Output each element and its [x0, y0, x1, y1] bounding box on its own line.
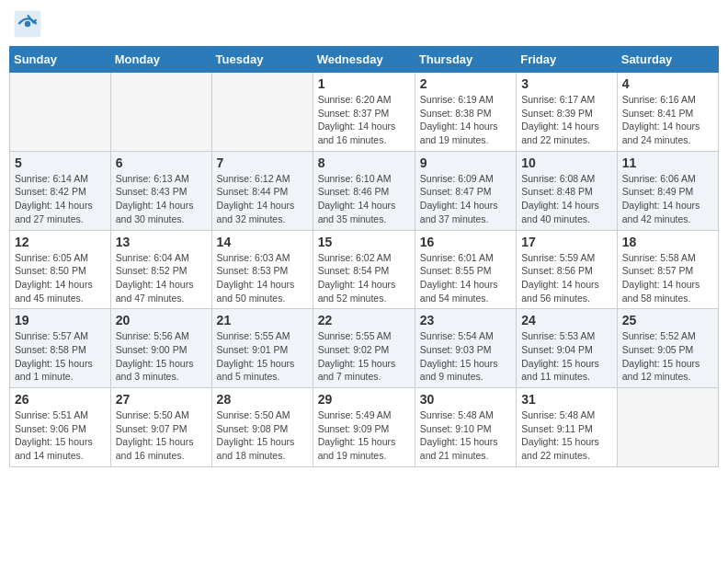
- day-info: Sunrise: 6:16 AM Sunset: 8:41 PM Dayligh…: [622, 93, 713, 147]
- day-info: Sunrise: 5:50 AM Sunset: 9:07 PM Dayligh…: [116, 408, 207, 463]
- logo: [13, 9, 44, 39]
- day-number: 5: [15, 155, 106, 170]
- day-number: 9: [420, 155, 511, 170]
- calendar-cell: 8Sunrise: 6:10 AM Sunset: 8:46 PM Daylig…: [313, 151, 415, 230]
- day-info: Sunrise: 5:53 AM Sunset: 9:04 PM Dayligh…: [521, 329, 612, 384]
- day-info: Sunrise: 6:19 AM Sunset: 8:38 PM Dayligh…: [420, 93, 511, 147]
- calendar-week-row: 12Sunrise: 6:05 AM Sunset: 8:50 PM Dayli…: [10, 230, 719, 309]
- header-tuesday: Tuesday: [211, 47, 313, 73]
- day-number: 22: [318, 313, 410, 327]
- day-number: 30: [420, 392, 511, 407]
- calendar-cell: 24Sunrise: 5:53 AM Sunset: 9:04 PM Dayli…: [517, 309, 618, 388]
- day-number: 3: [521, 76, 612, 91]
- day-info: Sunrise: 5:55 AM Sunset: 9:02 PM Dayligh…: [318, 329, 410, 384]
- calendar-cell: 15Sunrise: 6:02 AM Sunset: 8:54 PM Dayli…: [313, 230, 415, 309]
- header-sunday: Sunday: [10, 47, 111, 73]
- day-number: 12: [15, 235, 106, 249]
- day-info: Sunrise: 5:57 AM Sunset: 8:58 PM Dayligh…: [15, 329, 106, 384]
- day-number: 23: [420, 313, 511, 327]
- calendar-cell: 19Sunrise: 5:57 AM Sunset: 8:58 PM Dayli…: [10, 309, 111, 388]
- day-number: 8: [318, 155, 410, 170]
- day-number: 14: [217, 235, 308, 249]
- day-info: Sunrise: 6:13 AM Sunset: 8:43 PM Dayligh…: [116, 172, 207, 226]
- day-info: Sunrise: 5:48 AM Sunset: 9:11 PM Dayligh…: [521, 408, 612, 463]
- calendar-week-row: 26Sunrise: 5:51 AM Sunset: 9:06 PM Dayli…: [10, 388, 719, 467]
- day-info: Sunrise: 6:20 AM Sunset: 8:37 PM Dayligh…: [318, 93, 410, 147]
- calendar-cell: 13Sunrise: 6:04 AM Sunset: 8:52 PM Dayli…: [110, 230, 211, 309]
- day-info: Sunrise: 5:52 AM Sunset: 9:05 PM Dayligh…: [622, 329, 713, 384]
- calendar-cell: 5Sunrise: 6:14 AM Sunset: 8:42 PM Daylig…: [10, 151, 111, 230]
- day-number: 11: [622, 155, 713, 170]
- day-number: 28: [217, 392, 308, 407]
- svg-point-1: [25, 21, 30, 27]
- calendar-cell: [10, 73, 111, 152]
- day-info: Sunrise: 6:01 AM Sunset: 8:55 PM Dayligh…: [420, 251, 511, 305]
- day-number: 4: [622, 76, 713, 91]
- calendar-cell: 12Sunrise: 6:05 AM Sunset: 8:50 PM Dayli…: [10, 230, 111, 309]
- logo-icon: [13, 9, 42, 39]
- day-info: Sunrise: 6:17 AM Sunset: 8:39 PM Dayligh…: [521, 93, 612, 147]
- header-saturday: Saturday: [617, 47, 718, 73]
- day-number: 17: [521, 235, 612, 249]
- calendar-cell: 1Sunrise: 6:20 AM Sunset: 8:37 PM Daylig…: [313, 73, 415, 152]
- day-info: Sunrise: 6:10 AM Sunset: 8:46 PM Dayligh…: [318, 172, 410, 226]
- day-number: 15: [318, 235, 410, 249]
- calendar-cell: 18Sunrise: 5:58 AM Sunset: 8:57 PM Dayli…: [617, 230, 718, 309]
- calendar-cell: 28Sunrise: 5:50 AM Sunset: 9:08 PM Dayli…: [211, 388, 313, 467]
- day-number: 26: [15, 392, 106, 407]
- calendar-cell: 31Sunrise: 5:48 AM Sunset: 9:11 PM Dayli…: [517, 388, 618, 467]
- day-number: 21: [217, 313, 308, 327]
- day-number: 27: [116, 392, 207, 407]
- calendar-cell: 16Sunrise: 6:01 AM Sunset: 8:55 PM Dayli…: [415, 230, 516, 309]
- day-number: 24: [521, 313, 612, 327]
- day-number: 7: [217, 155, 308, 170]
- day-info: Sunrise: 5:59 AM Sunset: 8:56 PM Dayligh…: [521, 251, 612, 305]
- calendar-week-row: 19Sunrise: 5:57 AM Sunset: 8:58 PM Dayli…: [10, 309, 719, 388]
- day-number: 31: [521, 392, 612, 407]
- calendar-cell: [211, 73, 313, 152]
- calendar-header-row: SundayMondayTuesdayWednesdayThursdayFrid…: [10, 47, 719, 73]
- day-number: 1: [318, 76, 410, 91]
- day-info: Sunrise: 6:09 AM Sunset: 8:47 PM Dayligh…: [420, 172, 511, 226]
- day-info: Sunrise: 6:04 AM Sunset: 8:52 PM Dayligh…: [116, 251, 207, 305]
- day-number: 25: [622, 313, 713, 327]
- day-info: Sunrise: 5:49 AM Sunset: 9:09 PM Dayligh…: [318, 408, 410, 463]
- calendar-cell: 2Sunrise: 6:19 AM Sunset: 8:38 PM Daylig…: [415, 73, 516, 152]
- calendar-cell: 6Sunrise: 6:13 AM Sunset: 8:43 PM Daylig…: [110, 151, 211, 230]
- calendar-cell: 14Sunrise: 6:03 AM Sunset: 8:53 PM Dayli…: [211, 230, 313, 309]
- calendar-cell: 21Sunrise: 5:55 AM Sunset: 9:01 PM Dayli…: [211, 309, 313, 388]
- calendar-cell: 7Sunrise: 6:12 AM Sunset: 8:44 PM Daylig…: [211, 151, 313, 230]
- calendar-cell: 23Sunrise: 5:54 AM Sunset: 9:03 PM Dayli…: [415, 309, 516, 388]
- calendar-week-row: 5Sunrise: 6:14 AM Sunset: 8:42 PM Daylig…: [10, 151, 719, 230]
- header-thursday: Thursday: [415, 47, 516, 73]
- day-number: 6: [116, 155, 207, 170]
- day-number: 2: [420, 76, 511, 91]
- calendar-cell: [617, 388, 718, 467]
- calendar-cell: 3Sunrise: 6:17 AM Sunset: 8:39 PM Daylig…: [517, 73, 618, 152]
- day-info: Sunrise: 5:50 AM Sunset: 9:08 PM Dayligh…: [217, 408, 308, 463]
- calendar-cell: 29Sunrise: 5:49 AM Sunset: 9:09 PM Dayli…: [313, 388, 415, 467]
- day-info: Sunrise: 6:14 AM Sunset: 8:42 PM Dayligh…: [15, 172, 106, 226]
- header-monday: Monday: [110, 47, 211, 73]
- day-info: Sunrise: 5:56 AM Sunset: 9:00 PM Dayligh…: [116, 329, 207, 384]
- day-info: Sunrise: 5:55 AM Sunset: 9:01 PM Dayligh…: [217, 329, 308, 384]
- calendar: SundayMondayTuesdayWednesdayThursdayFrid…: [9, 46, 719, 467]
- day-info: Sunrise: 6:05 AM Sunset: 8:50 PM Dayligh…: [15, 251, 106, 305]
- day-number: 18: [622, 235, 713, 249]
- day-number: 10: [521, 155, 612, 170]
- day-info: Sunrise: 6:08 AM Sunset: 8:48 PM Dayligh…: [521, 172, 612, 226]
- day-info: Sunrise: 5:48 AM Sunset: 9:10 PM Dayligh…: [420, 408, 511, 463]
- calendar-cell: 20Sunrise: 5:56 AM Sunset: 9:00 PM Dayli…: [110, 309, 211, 388]
- day-number: 29: [318, 392, 410, 407]
- day-info: Sunrise: 6:03 AM Sunset: 8:53 PM Dayligh…: [217, 251, 308, 305]
- calendar-cell: 25Sunrise: 5:52 AM Sunset: 9:05 PM Dayli…: [617, 309, 718, 388]
- day-number: 13: [116, 235, 207, 249]
- calendar-cell: [110, 73, 211, 152]
- day-info: Sunrise: 6:12 AM Sunset: 8:44 PM Dayligh…: [217, 172, 308, 226]
- calendar-cell: 22Sunrise: 5:55 AM Sunset: 9:02 PM Dayli…: [313, 309, 415, 388]
- header-friday: Friday: [517, 47, 618, 73]
- calendar-cell: 17Sunrise: 5:59 AM Sunset: 8:56 PM Dayli…: [517, 230, 618, 309]
- day-number: 20: [116, 313, 207, 327]
- calendar-cell: 9Sunrise: 6:09 AM Sunset: 8:47 PM Daylig…: [415, 151, 516, 230]
- day-info: Sunrise: 6:06 AM Sunset: 8:49 PM Dayligh…: [622, 172, 713, 226]
